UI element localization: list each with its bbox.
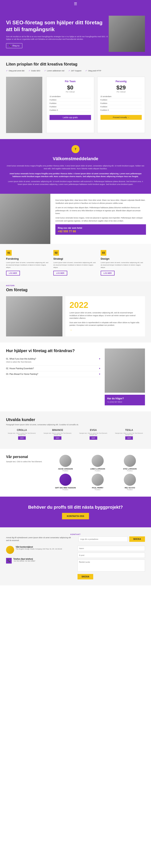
staff-rej-avatar	[124, 474, 136, 486]
team-signup-button[interactable]: Ladda upp gratis	[50, 115, 91, 120]
client-binance-btn[interactable]: MER	[54, 436, 61, 440]
service-2-btn[interactable]: LÄS MER	[53, 271, 67, 276]
staff-paul-role: Position	[82, 489, 113, 491]
service-1-title: Forskning	[6, 257, 50, 260]
client-evga-sub: Sample text. Click to select the Text El…	[77, 433, 109, 435]
pricing-card-team-price: $0	[50, 85, 91, 91]
faq-item-3-title: 03. Plan Ahead For Home Painting?	[6, 373, 38, 375]
staff-adam-name: ADAM JONSSON	[50, 468, 80, 470]
history-label: HISTORI	[6, 285, 145, 287]
pricing-cards: För Team $0 Per månad 15 användare Funkt…	[46, 77, 145, 133]
staff-linda-name: LINDA LARSSON	[82, 468, 113, 470]
service-forskning: 01 Forskning Lorem ipsum dolor sit amet,…	[6, 250, 50, 276]
faq-item-1-title: 01. What if you lose this building?	[6, 358, 36, 360]
about-highlight: Ring oss när som helst +92 555 77 88	[55, 224, 146, 235]
service-2-desc: Lorem ipsum dolor sit amet, consectetur …	[53, 261, 98, 269]
pricing-feature-5: ✓ Oteg prati HTTP	[85, 69, 101, 72]
client-tesla-sub: Sample text. Click to select the Text El…	[114, 433, 145, 435]
client-binance-sub: Sample text. Click to select the Text El…	[42, 433, 74, 435]
phone-icon: 📞	[9, 44, 11, 47]
pricing-banner-title: Liten prisplan för ditt kreativa företag	[6, 62, 145, 66]
cta-button[interactable]: KONTAKTA OSS	[62, 513, 89, 519]
staff-adam: ADAM JONSSON Position	[50, 455, 80, 472]
client-tesla-btn[interactable]: MER	[125, 436, 133, 440]
team-feature-5: Funktion 5	[50, 108, 91, 112]
staff-gift-avatar	[59, 474, 72, 486]
pricing-card-personal-title: Personlig	[100, 80, 142, 83]
service-strategi: 02 Strategi Lorem ipsum dolor sit amet, …	[53, 250, 98, 276]
pricing-banner: Liten prisplan för ditt kreativa företag…	[0, 56, 151, 77]
faq-contact-phone: +1 (234) 567-8910	[107, 401, 143, 403]
about-p3: Amet luctus venenatis lectus magna. Amet…	[55, 216, 146, 222]
staff-adam-role: Position	[50, 470, 80, 472]
faq-item-1[interactable]: 01. What if you lose this building? ▼ Cl…	[6, 356, 101, 366]
contact-phone-numbers: +92 552 66558 +92 563 56987	[13, 560, 35, 562]
history-title: Om företag	[6, 287, 145, 292]
personal-signup-button[interactable]: Proceed Annually →	[100, 115, 142, 120]
personal-feature-3: Funktion	[100, 102, 142, 105]
personal-feature-1: 15 användare	[100, 95, 142, 98]
faq-contact-title: Har du frågor?	[107, 397, 143, 400]
pricing-card-personal-period: Per månad	[100, 91, 142, 93]
faq-item-3[interactable]: 03. Plan Ahead For Home Painting? ▼ Clic…	[6, 371, 101, 377]
phone-icon: 📞	[6, 558, 12, 563]
team-feature-4: Funktion	[50, 105, 91, 108]
contact-message-input[interactable]	[77, 559, 145, 571]
contact-submit-button[interactable]: SKICKA	[77, 574, 93, 580]
welcome-title: Välkomstmeddelande	[6, 156, 145, 161]
staff-description: Sample text. Click to select the Text El…	[6, 461, 46, 463]
hero-description: Som ett resultat av att ha fått ut av er…	[6, 35, 109, 41]
pricing-feature-2: ✓ Gratis SEO	[29, 69, 41, 72]
pricing-feature-3: ✓ Lorem addestram nisl	[44, 69, 65, 72]
pricing-card-personal-price: $29	[100, 85, 142, 91]
service-design: 03 Design Lorem ipsum dolor sit amet, co…	[101, 250, 145, 276]
contact-grid: Vårt kontorstjänst The English Design St…	[6, 546, 145, 580]
menu-icon[interactable]: ☰	[74, 2, 77, 6]
hero-section: Vi SEO-företag som hjälper ditt företag …	[0, 8, 151, 56]
check-icon: ✓	[85, 69, 87, 72]
service-3-btn[interactable]: LÄS MER	[101, 271, 115, 276]
cta-title: Behöver du proffs till ditt nästa byggpr…	[6, 505, 145, 510]
faq-item-1-content: Click to select the Text Element.	[6, 360, 101, 364]
check-icon: ✓	[6, 69, 8, 72]
staff-rej-name: REJ SCAVO	[115, 487, 145, 489]
service-1-btn[interactable]: LÄS MER	[6, 271, 20, 276]
pricing-card-team-title: För Team	[50, 80, 91, 83]
service-3-title: Design	[101, 257, 145, 260]
pricing-personal-features: 15 användare Funktion Funktion Funktion …	[100, 95, 142, 112]
staff-stig-role: Position	[115, 470, 145, 472]
about-content: Duis luctus ligula dolor, vitae lacus do…	[50, 194, 151, 244]
cta-section: Behöver du proffs till ditt nästa byggpr…	[0, 497, 151, 527]
pricing-feature-4: ✓ 24/7 Support	[69, 69, 81, 72]
contact-info: Vårt kontorstjänst The English Design St…	[6, 546, 74, 580]
contact-email-input[interactable]	[77, 553, 145, 558]
client-tesla: TESLA Sample text. Click to select the T…	[114, 429, 145, 440]
client-crolla-name: CROLLA	[17, 429, 27, 432]
contact-office: Vårt kontorstjänst The English Design St…	[6, 546, 74, 556]
hero-cta-button[interactable]: 📞 Ring nu	[6, 43, 22, 48]
client-binance: BINANCE Sample text. Click to select the…	[42, 429, 74, 440]
client-evga: EVGA Sample text. Click to select the Te…	[77, 429, 109, 440]
newsletter-button[interactable]: SKICKA	[129, 536, 145, 542]
team-feature-2: Funktion	[50, 98, 91, 102]
newsletter-input[interactable]	[78, 536, 128, 542]
staff-grid-2: GIFT DIG MED HUDSON Position PAUL PERRY …	[50, 474, 145, 491]
faq-contact-box: Har du frågor? +1 (234) 567-8910	[105, 395, 145, 405]
client-evga-btn[interactable]: MER	[90, 436, 97, 440]
personal-feature-2: Funktion	[100, 98, 142, 102]
contact-office-title: Vårt kontorstjänst	[16, 546, 62, 548]
contact-description: Anmal dig till nyhetsbrevet Lorem ipsum …	[6, 536, 73, 542]
faq-item-2[interactable]: 02. House Painting Essentials? ▼ Click t…	[6, 366, 101, 371]
company-section: 2022 Lorem ipsum dolor sit amet, consect…	[0, 296, 151, 342]
client-crolla-sub: Sample text. Click to select the Text El…	[6, 433, 38, 435]
contact-name-input[interactable]	[77, 546, 145, 551]
staff-right: ADAM JONSSON Position LINDA LARSSON Posi…	[50, 455, 145, 491]
personal-feature-5: Funktion 5	[100, 108, 142, 112]
about-p1: Duis luctus ligula dolor, vitae lacus do…	[55, 199, 146, 205]
chevron-down-icon: ▼	[99, 373, 101, 375]
contact-phone-detail: Telefon (fast telefon) +92 552 66558 +92…	[13, 558, 35, 562]
staff-title: Vår personal	[6, 455, 46, 459]
client-crolla-btn[interactable]: MER	[18, 436, 26, 440]
service-2-num: 02	[53, 250, 59, 256]
staff-paul: PAUL PERRY Position	[82, 474, 113, 491]
